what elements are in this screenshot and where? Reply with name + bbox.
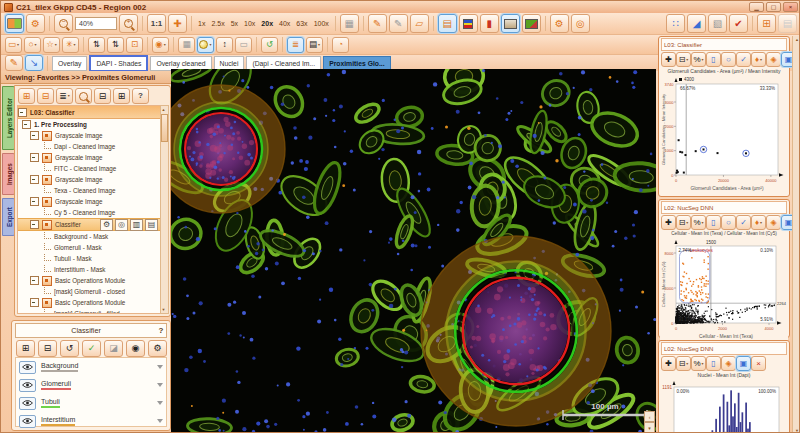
tree-item-10[interactable]: Classifier⚙◎▥▤ bbox=[18, 218, 160, 231]
lightbulb-button-dropdown[interactable]: ▾ bbox=[209, 43, 211, 47]
help-icon[interactable]: ? bbox=[156, 326, 166, 335]
tree-item-5[interactable]: FITC - Cleaned Image bbox=[18, 163, 160, 174]
capture-button[interactable]: ◎ bbox=[571, 14, 590, 33]
zoom-level-5x[interactable]: 5x bbox=[228, 20, 241, 27]
zoom-percent-input[interactable]: 40% bbox=[75, 17, 117, 30]
zoom-in-button[interactable]: + bbox=[119, 14, 138, 33]
chart-plot[interactable]: 11910.00%100.00% bbox=[660, 378, 788, 433]
maximize-button[interactable]: ▢ bbox=[766, 2, 781, 12]
list-icon[interactable]: ▤ bbox=[145, 219, 158, 231]
roi-ellipse-button-dropdown[interactable]: ▾ bbox=[35, 43, 37, 47]
tree-zoom-button[interactable] bbox=[75, 88, 92, 104]
settings-gear-icon[interactable]: ⚙ bbox=[100, 219, 113, 231]
percent-menu-icon[interactable]: %▾ bbox=[691, 52, 706, 67]
pin-panel-icon[interactable]: ✚ bbox=[661, 52, 676, 67]
roi-rect-button-dropdown[interactable]: ▾ bbox=[17, 43, 19, 47]
layout-button[interactable]: ▤▾ bbox=[306, 37, 323, 53]
tree-item-7[interactable]: Texa - Cleaned Image bbox=[18, 185, 160, 196]
confirm-button[interactable]: ✓ bbox=[82, 340, 101, 357]
image-view-button[interactable] bbox=[501, 14, 520, 33]
scroll-down-icon[interactable]: ▼ bbox=[161, 306, 166, 313]
actual-size-button[interactable]: 1:1 bbox=[147, 14, 166, 33]
annotate-pencil-button[interactable]: ✎ bbox=[368, 14, 387, 33]
roi-freehand-button-dropdown[interactable]: ▾ bbox=[74, 43, 76, 47]
lightbulb-button[interactable]: ▾ bbox=[197, 37, 214, 53]
viewer-layout-button[interactable] bbox=[5, 14, 24, 33]
chevron-down-icon[interactable] bbox=[157, 383, 163, 387]
range-slider-icon[interactable]: ⊟▾ bbox=[676, 52, 691, 67]
pin-panel-icon[interactable]: ✚ bbox=[661, 356, 676, 371]
adjust-sliders-button[interactable]: ≣ bbox=[287, 37, 304, 53]
tree-scrollbar[interactable]: ▲ ▼ bbox=[160, 105, 169, 314]
tree-item-15[interactable]: Basic Operations Module bbox=[18, 275, 160, 286]
roi-freehand-button[interactable]: ✳▾ bbox=[62, 37, 79, 53]
rect-gate-icon[interactable]: ▯ bbox=[706, 52, 721, 67]
zoom-level-2-5x[interactable]: 2.5x bbox=[208, 20, 227, 27]
transform-button-dropdown[interactable]: ▾ bbox=[164, 43, 166, 47]
hist-chart-button[interactable]: ▧ bbox=[708, 14, 727, 33]
viewport-scroll-left-icon[interactable]: ‹ bbox=[644, 411, 655, 422]
remove-example-button[interactable]: ⊟ bbox=[38, 340, 57, 357]
add-example-button[interactable]: ⊞ bbox=[16, 340, 35, 357]
process-gear-button[interactable]: ⚙ bbox=[550, 14, 569, 33]
fit-vertical-button[interactable]: ↕ bbox=[216, 37, 233, 53]
expander-icon[interactable] bbox=[30, 197, 39, 206]
percent-menu-icon[interactable]: %▾ bbox=[691, 215, 706, 230]
marker-down-button[interactable]: ⇅ bbox=[107, 37, 124, 53]
zoom-level-10x[interactable]: 10x bbox=[241, 20, 258, 27]
microscopy-image[interactable]: 100 µm bbox=[171, 69, 656, 433]
undo-button[interactable]: ↺ bbox=[261, 37, 278, 53]
chevron-down-icon[interactable] bbox=[157, 365, 163, 369]
range-slider-icon-dropdown[interactable]: ▾ bbox=[686, 221, 688, 225]
brush-tool-button[interactable]: ✎ bbox=[5, 55, 23, 71]
expander-icon[interactable] bbox=[30, 276, 39, 285]
transform-button[interactable]: ◉▾ bbox=[152, 37, 169, 53]
delete-icon[interactable]: ▥ bbox=[130, 219, 143, 231]
stats-view-icon[interactable]: ▣ bbox=[736, 356, 751, 371]
scroll-thumb[interactable] bbox=[161, 114, 168, 142]
tree-item-13[interactable]: Tubuli - Mask bbox=[18, 253, 160, 264]
zoom-level-1x[interactable]: 1x bbox=[195, 20, 208, 27]
copy-layer-button[interactable]: ⊟ bbox=[37, 88, 54, 104]
percent-menu-icon-dropdown[interactable]: ▾ bbox=[702, 362, 704, 366]
roi-number-button[interactable]: ⊡ bbox=[126, 37, 143, 53]
class-gate-icon-dropdown[interactable]: ▾ bbox=[760, 58, 762, 62]
visibility-toggle[interactable] bbox=[19, 379, 36, 392]
expander-icon[interactable] bbox=[18, 108, 27, 117]
tree-item-17[interactable]: Basic Operations Module bbox=[18, 297, 160, 308]
right-scrollbar[interactable]: ▲ ▼ bbox=[792, 36, 800, 433]
tree-item-8[interactable]: Grayscale Image bbox=[18, 196, 160, 207]
split-view-button[interactable]: ▤ bbox=[438, 14, 457, 33]
draw-example-button[interactable]: ↺ bbox=[60, 340, 79, 357]
zoom-level-100x[interactable]: 100x bbox=[311, 20, 332, 27]
classifier-settings-button[interactable]: ⚙ bbox=[148, 340, 167, 357]
zoom-level-63x[interactable]: 63x bbox=[293, 20, 310, 27]
pick-tool-button[interactable]: ◉ bbox=[126, 340, 145, 357]
list-mode-button[interactable]: ≣▾ bbox=[56, 88, 73, 104]
tree-item-4[interactable]: Grayscale Image bbox=[18, 152, 160, 163]
ellipse-gate-icon[interactable]: ○ bbox=[721, 52, 736, 67]
percent-menu-icon[interactable]: %▾ bbox=[691, 356, 706, 371]
view-tab-2[interactable]: DAPI - Shades bbox=[89, 55, 148, 72]
marker-up-button[interactable]: ⇅ bbox=[88, 37, 105, 53]
color-legend-button[interactable] bbox=[459, 14, 478, 33]
zoom-level-20x[interactable]: 20x bbox=[258, 20, 276, 27]
tree-item-3[interactable]: Dapi - Cleaned Image bbox=[18, 141, 160, 152]
erase-button[interactable]: ◪ bbox=[104, 340, 123, 357]
range-slider-icon[interactable]: ⊟▾ bbox=[676, 215, 691, 230]
zoom-level-40x[interactable]: 40x bbox=[276, 20, 293, 27]
chevron-down-icon[interactable] bbox=[157, 401, 163, 405]
expander-icon[interactable] bbox=[30, 220, 39, 229]
class-gate-icon[interactable]: ♦▾ bbox=[751, 52, 766, 67]
pin-panel-icon[interactable]: ✚ bbox=[661, 215, 676, 230]
region-clock-button[interactable]: ◔ bbox=[332, 37, 349, 53]
ellipse-gate-icon[interactable]: ○ bbox=[721, 215, 736, 230]
chart-plot[interactable]: 0200004000001000200030003740430066.67%33… bbox=[660, 74, 788, 192]
tree-root-item[interactable]: L03: Classifier bbox=[18, 106, 160, 119]
settings-gear-button[interactable]: ⚙ bbox=[26, 14, 45, 33]
visibility-toggle[interactable] bbox=[19, 361, 36, 374]
close-button[interactable]: × bbox=[783, 2, 798, 12]
apply-gate-icon[interactable]: ◈ bbox=[721, 356, 736, 371]
roi-star-button-dropdown[interactable]: ▾ bbox=[55, 43, 57, 47]
check-report-button[interactable]: ✔ bbox=[729, 14, 748, 33]
